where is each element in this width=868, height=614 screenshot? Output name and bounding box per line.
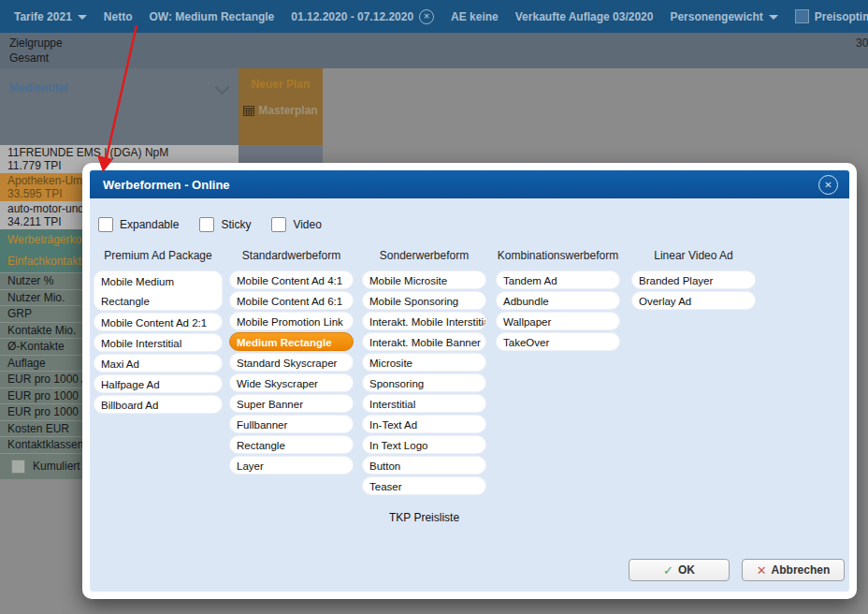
- werbeform-pill[interactable]: Interakt. Mobile Interstitial: [362, 312, 486, 330]
- media-tpi-value: 34.211 TPI: [7, 215, 62, 228]
- werbeform-pill[interactable]: Fullbanner: [229, 415, 354, 433]
- werbeform-pill[interactable]: Adbundle: [496, 291, 620, 310]
- cancel-button[interactable]: ✕ Abbrechen: [742, 559, 845, 581]
- check-icon: ✓: [663, 563, 673, 577]
- werbeform-column-2: StandardwerbeformMobile Content Ad 4:1Mo…: [229, 249, 354, 476]
- werbeform-pill[interactable]: Button: [362, 456, 486, 475]
- checkbox-icon[interactable]: [795, 9, 809, 23]
- media-title: 11FREUNDE EMS | (DGA) NpM: [7, 146, 168, 159]
- new-plan-column-header[interactable]: Neuer Plan Masterplan: [239, 68, 323, 145]
- werbeform-pill[interactable]: In-Text Ad: [362, 415, 486, 433]
- werbeform-pill[interactable]: Wide Skyscraper: [229, 373, 354, 392]
- checkbox-icon[interactable]: [98, 217, 113, 232]
- werbeform-pill[interactable]: Overlay Ad: [631, 291, 756, 310]
- werbeform-pill[interactable]: Rectangle: [229, 435, 354, 454]
- calendar-icon: [243, 105, 254, 116]
- werbeform-pill[interactable]: Mobile Content Ad 6:1: [229, 291, 354, 310]
- media-title-header[interactable]: Medientitel: [0, 68, 239, 145]
- werbeform-pill[interactable]: Interakt. Mobile Banner: [362, 332, 486, 351]
- toolbar-item-preisoptimierung[interactable]: Preisoptimierung: [787, 0, 868, 33]
- werbeform-pill[interactable]: Mobile Microsite: [362, 270, 486, 289]
- toolbar-item-01-12-2020-07-12-2020[interactable]: 01.12.2020 - 07.12.2020✕: [282, 0, 442, 33]
- filter-sticky[interactable]: Sticky: [199, 217, 251, 232]
- filter-checkbox-row: ExpandableStickyVideo: [98, 217, 342, 232]
- werbeform-pill[interactable]: Billboard Ad: [94, 395, 223, 414]
- media-tpi-value: 11.779 TPI: [7, 159, 62, 172]
- column-header: Premium Ad Package: [94, 249, 223, 262]
- werbeform-pill[interactable]: Mobile Medium Rectangle: [94, 270, 223, 311]
- werbeform-column-1: Premium Ad PackageMobile Medium Rectangl…: [94, 249, 223, 416]
- werbeform-pill[interactable]: Mobile Promotion Link: [229, 312, 354, 330]
- werbeform-pill[interactable]: Interstitial: [362, 394, 486, 413]
- werbeformen-dialog: Werbeformen - Online ✕ ExpandableStickyV…: [82, 163, 857, 599]
- kumuliert-label: Kumuliert: [33, 460, 80, 473]
- werbeform-pill[interactable]: Mobile Interstitial: [94, 333, 223, 352]
- toolbar-item-label: Personengewicht: [670, 10, 762, 23]
- checkbox-icon[interactable]: [271, 217, 286, 232]
- filter-label: Video: [293, 218, 321, 231]
- werbeform-pill[interactable]: TakeOver: [496, 332, 620, 351]
- filter-label: Expandable: [120, 218, 179, 231]
- werbeform-pill[interactable]: Layer: [229, 456, 354, 475]
- filter-expandable[interactable]: Expandable: [98, 217, 179, 232]
- werbeform-column-5: Linear Video AdBranded PlayerOverlay Ad: [631, 249, 756, 312]
- werbeform-pill[interactable]: Teaser: [362, 476, 486, 495]
- toolbar-item-ae-keine[interactable]: AE keine: [442, 0, 507, 33]
- toolbar-item-label: 01.12.2020 - 07.12.2020: [291, 10, 413, 23]
- masterplan-label-row: Masterplan: [239, 104, 323, 117]
- column-header: Linear Video Ad: [631, 249, 756, 262]
- toolbar-item-verkaufte-auflage-03-2020[interactable]: Verkaufte Auflage 03/2020: [507, 0, 662, 33]
- ok-button-label: OK: [678, 563, 695, 577]
- werbeform-pill[interactable]: Medium Rectangle: [229, 332, 354, 351]
- toolbar-item-label: Tarife 2021: [14, 10, 72, 23]
- toolbar-item-label: Netto: [104, 10, 133, 23]
- column-header: Standardwerbeform: [229, 249, 354, 262]
- toolbar-item-ow-medium-rectangle[interactable]: OW: Medium Rectangle: [141, 0, 283, 33]
- dialog-title-bar: Werbeformen - Online ✕: [90, 170, 849, 198]
- werbeform-pill[interactable]: Microsite: [362, 353, 486, 372]
- toolbar-item-netto[interactable]: Netto: [95, 0, 141, 33]
- target-group-row: Zielgruppe Gesamt 30: [0, 33, 868, 68]
- werbeform-pill[interactable]: Tandem Ad: [496, 270, 620, 289]
- werbeform-pill[interactable]: Halfpage Ad: [94, 374, 223, 393]
- toolbar-item-label: Preisoptimierung: [815, 10, 868, 23]
- column-header: Sonderwerbeform: [362, 249, 486, 262]
- werbeform-pill[interactable]: Mobile Content Ad 4:1: [229, 270, 354, 289]
- media-title-label: Medientitel: [9, 81, 68, 95]
- chevron-down-icon[interactable]: [215, 80, 230, 95]
- dialog-title: Werbeformen - Online: [103, 178, 230, 192]
- werbeform-pill[interactable]: Mobile Sponsoring: [362, 291, 486, 310]
- close-icon[interactable]: ✕: [818, 175, 838, 195]
- target-group-value: Gesamt: [9, 51, 49, 65]
- target-group-right-value: 30: [856, 37, 868, 50]
- ok-button[interactable]: ✓ OK: [629, 559, 730, 581]
- werbeform-pill[interactable]: In Text Logo: [362, 435, 486, 454]
- filter-label: Sticky: [221, 218, 251, 231]
- toolbar-item-tarife-2021[interactable]: Tarife 2021: [6, 0, 95, 33]
- cancel-button-label: Abbrechen: [772, 563, 831, 577]
- masterplan-label: Masterplan: [258, 104, 317, 117]
- werbeform-pill[interactable]: Branded Player: [631, 270, 756, 289]
- toolbar-item-personengewicht[interactable]: Personengewicht: [661, 0, 786, 33]
- checkbox-icon[interactable]: [199, 217, 214, 232]
- tkp-price-list-label[interactable]: TKP Preisliste: [362, 511, 486, 524]
- werbeform-pill[interactable]: Maxi Ad: [94, 354, 223, 373]
- werbeform-pill[interactable]: Sponsoring: [362, 373, 486, 392]
- toolbar-item-label: Verkaufte Auflage 03/2020: [515, 10, 654, 23]
- circle-close-icon[interactable]: ✕: [419, 9, 434, 24]
- column-header: Kombinationswerbeform: [496, 249, 620, 262]
- top-toolbar: Tarife 2021NettoOW: Medium Rectangle01.1…: [0, 0, 868, 33]
- chevron-down-icon: [769, 15, 778, 20]
- werbeform-pill[interactable]: Standard Skyscraper: [229, 353, 354, 372]
- werbeform-pill[interactable]: Wallpaper: [496, 312, 620, 330]
- chevron-down-icon: [78, 15, 87, 20]
- werbeform-pill[interactable]: Mobile Content Ad 2:1: [94, 313, 223, 331]
- toolbar-item-label: OW: Medium Rectangle: [150, 10, 275, 23]
- x-icon: ✕: [757, 563, 767, 577]
- target-group-label: Zielgruppe: [9, 37, 63, 50]
- werbeform-pill[interactable]: Super Banner: [229, 394, 354, 413]
- filter-video[interactable]: Video: [271, 217, 321, 232]
- checkbox-icon[interactable]: [11, 460, 25, 474]
- toolbar-item-label: AE keine: [451, 10, 499, 23]
- app-window: Tarife 2021NettoOW: Medium Rectangle01.1…: [0, 0, 868, 614]
